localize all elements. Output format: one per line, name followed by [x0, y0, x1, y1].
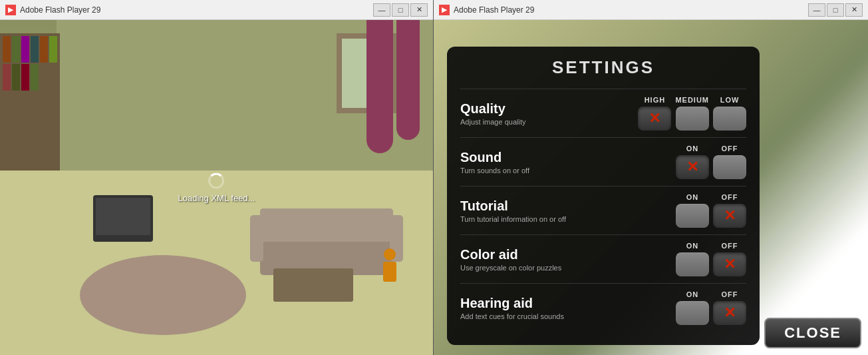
coloraid-name: Color aid: [460, 247, 676, 262]
hearingaid-desc: Add text cues for crucial sounds: [460, 312, 676, 320]
hearingaid-info: Hearing aid Add text cues for crucial so…: [460, 296, 676, 320]
right-titlebar: ▶ Adobe Flash Player 29 — □ ✕: [434, 0, 868, 20]
book: [31, 36, 39, 63]
tutorial-desc: Turn tutorial information on or off: [460, 215, 676, 223]
quality-low-label: LOW: [720, 96, 740, 104]
right-window: ▶ Adobe Flash Player 29 — □ ✕ SETTINGS Q…: [434, 0, 868, 355]
right-titlebar-controls: — □ ✕: [808, 3, 863, 17]
book: [3, 36, 11, 63]
tutorial-off-btn[interactable]: ✕: [713, 204, 746, 228]
hearingaid-off-group: OFF ✕: [713, 290, 746, 325]
sound-off-group: OFF: [713, 145, 746, 179]
quality-high-x-icon: ✕: [649, 110, 660, 127]
sound-desc: Turn sounds on or off: [460, 167, 676, 175]
quality-low-group: LOW: [713, 96, 746, 131]
tutorial-on-group: ON: [676, 193, 709, 228]
hearingaid-off-btn[interactable]: ✕: [713, 301, 746, 325]
coloraid-desc: Use greyscale on color puzzles: [460, 264, 676, 272]
tv-screen: [96, 198, 150, 235]
loading-indicator: Loading XML feed...: [178, 173, 255, 202]
sofa-arm-left: [250, 215, 263, 262]
quality-desc: Adjust image quality: [460, 118, 638, 126]
book: [40, 36, 48, 63]
tutorial-info: Tutorial Turn tutorial information on or…: [460, 198, 676, 223]
book: [31, 64, 39, 91]
hearingaid-name: Hearing aid: [460, 296, 676, 311]
quality-medium-group: MEDIUM: [675, 96, 709, 131]
coloraid-off-group: OFF ✕: [713, 242, 746, 276]
hearingaid-row: Hearing aid Add text cues for crucial so…: [460, 283, 746, 332]
right-close-btn[interactable]: ✕: [845, 3, 863, 17]
quality-high-group: HIGH ✕: [638, 96, 671, 131]
coffee-table: [273, 268, 353, 302]
book: [3, 64, 11, 91]
flash-icon-right: ▶: [439, 5, 450, 15]
character-body: [383, 262, 396, 282]
tutorial-off-x-icon: ✕: [724, 207, 736, 224]
quality-medium-btn[interactable]: [676, 107, 709, 131]
book: [21, 36, 29, 63]
quality-low-btn[interactable]: [713, 107, 746, 131]
tv: [93, 195, 153, 242]
settings-panel: SETTINGS Quality Adjust image quality HI…: [447, 47, 760, 345]
left-titlebar-controls: — □ ✕: [373, 3, 428, 17]
game-area-left: Loading XML feed...: [0, 20, 433, 355]
left-maximize-btn[interactable]: □: [392, 3, 409, 17]
quality-medium-label: MEDIUM: [675, 96, 709, 104]
settings-title: SETTINGS: [460, 57, 746, 78]
book: [21, 64, 29, 91]
left-minimize-btn[interactable]: —: [373, 3, 390, 17]
coloraid-on-label: ON: [686, 242, 699, 250]
right-minimize-btn[interactable]: —: [808, 3, 825, 17]
curtain-right: [396, 20, 420, 140]
tutorial-row: Tutorial Turn tutorial information on or…: [460, 186, 746, 234]
sound-on-btn[interactable]: ✕: [676, 155, 709, 179]
curtain-left: [366, 20, 393, 153]
left-window: ▶ Adobe Flash Player 29 — □ ✕: [0, 0, 434, 355]
hearingaid-off-label: OFF: [722, 290, 738, 298]
tutorial-off-label: OFF: [722, 193, 738, 201]
sound-info: Sound Turn sounds on or off: [460, 150, 676, 175]
sofa: [260, 208, 393, 275]
sound-on-label: ON: [686, 145, 699, 153]
coloraid-info: Color aid Use greyscale on color puzzles: [460, 247, 676, 272]
bookshelf-books: [0, 33, 60, 93]
tutorial-on-label: ON: [686, 193, 699, 201]
coloraid-off-btn[interactable]: ✕: [713, 252, 746, 276]
quality-high-label: HIGH: [645, 96, 666, 104]
coloraid-on-group: ON: [676, 242, 709, 276]
right-maximize-btn[interactable]: □: [827, 3, 844, 17]
tutorial-name: Tutorial: [460, 198, 676, 214]
sound-row: Sound Turn sounds on or off ON ✕ OFF: [460, 137, 746, 186]
right-window-title: Adobe Flash Player 29: [454, 5, 808, 15]
quality-high-btn[interactable]: ✕: [638, 107, 671, 131]
tutorial-off-group: OFF ✕: [713, 193, 746, 228]
book: [12, 36, 20, 63]
close-settings-button[interactable]: CLOSE: [764, 318, 861, 348]
sound-off-label: OFF: [722, 145, 738, 153]
coloraid-off-label: OFF: [722, 242, 738, 250]
tutorial-on-btn[interactable]: [676, 204, 709, 228]
hearingaid-on-btn[interactable]: [676, 301, 709, 325]
sound-off-btn[interactable]: [713, 155, 746, 179]
left-close-btn[interactable]: ✕: [410, 3, 428, 17]
coloraid-off-x-icon: ✕: [724, 256, 736, 273]
quality-info: Quality Adjust image quality: [460, 101, 638, 126]
left-titlebar: ▶ Adobe Flash Player 29 — □ ✕: [0, 0, 433, 20]
coloraid-controls: ON OFF ✕: [676, 242, 746, 276]
left-window-title: Adobe Flash Player 29: [20, 5, 373, 15]
coloraid-on-btn[interactable]: [676, 252, 709, 276]
sofa-back: [260, 208, 393, 242]
quality-row: Quality Adjust image quality HIGH ✕ MEDI…: [460, 89, 746, 137]
sound-on-x-icon: ✕: [686, 159, 698, 176]
hearingaid-on-label: ON: [686, 290, 699, 298]
hearingaid-on-group: ON: [676, 290, 709, 325]
character: [380, 248, 400, 282]
quality-name: Quality: [460, 101, 638, 117]
character-head: [384, 248, 396, 260]
hearingaid-controls: ON OFF ✕: [676, 290, 746, 325]
sound-name: Sound: [460, 150, 676, 165]
coloraid-row: Color aid Use greyscale on color puzzles…: [460, 234, 746, 283]
book: [12, 64, 20, 91]
rug: [80, 255, 246, 335]
